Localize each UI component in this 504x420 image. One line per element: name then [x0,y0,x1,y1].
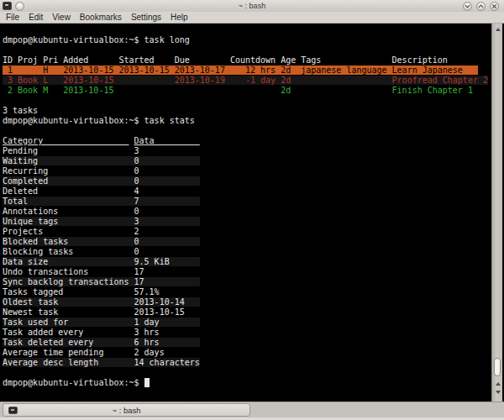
terminal-line: 3 Book L 2013-10-15 2013-10-19 -1 day 2d… [3,76,491,86]
terminal-line: Average time pending 2 days [3,348,491,358]
terminal-line: Task used for 1 day [3,318,491,328]
menubar: FileEditViewBookmarksSettingsHelp [0,12,504,24]
terminal-line [3,368,491,378]
terminal-line: Recurring 0 [3,166,491,176]
terminal-line [3,96,491,106]
titlebar[interactable]: ~ : bash [0,0,504,12]
terminal-line: Completed 0 [3,176,491,186]
terminal-line: Annotations 0 [3,207,491,217]
terminal-line: ID Proj Pri Added Started Due Countdown … [3,55,491,66]
terminal-line: Tasks tagged 57.1% [3,287,491,297]
terminal-line: dmpop@kubuntu-virtualbox:~$ task stats [3,116,491,126]
scroll-down-button[interactable] [492,388,503,396]
terminal-line: Waiting 0 [3,156,491,166]
scrollbar[interactable] [491,24,502,402]
window-title: ~ : bash [0,2,504,10]
menu-item-bookmarks[interactable]: Bookmarks [80,13,122,22]
terminal-line: Oldest task 2013-10-14 [3,297,491,307]
terminal-line: Sync backlog transactions 17 [3,277,491,287]
terminal-line: Newest task 2013-10-15 [3,307,491,318]
menu-item-settings[interactable]: Settings [131,13,161,22]
scroll-up-button-bottom[interactable] [492,380,503,387]
terminal-line [3,126,491,136]
terminal-line: Unique tags 3 [3,217,491,227]
terminal-line: Category Data [3,136,491,146]
terminal-line: Total 7 [3,197,491,207]
terminal-line: 3 tasks [3,106,491,116]
terminal-screen[interactable]: dmpop@kubuntu-virtualbox:~$ task longID … [0,24,491,402]
terminal-line: Undo transactions 17 [3,267,491,277]
terminal-line: Projects 2 [3,227,491,237]
tab-label: ~ : bash [112,406,140,415]
arrow-down-icon [496,391,501,394]
terminal-line: dmpop@kubuntu-virtualbox:~$ [3,378,491,388]
terminal-line: Deleted 4 [3,186,491,197]
minimize-button[interactable] [463,2,472,11]
scroll-up-button[interactable] [492,25,503,33]
maximize-button[interactable] [476,2,486,11]
arrow-up-icon [496,28,501,31]
close-button[interactable] [490,2,499,11]
menu-item-help[interactable]: Help [171,13,188,22]
menu-item-edit[interactable]: Edit [29,13,43,22]
menu-item-view[interactable]: View [52,13,71,22]
window-controls [463,2,499,11]
terminal-line: Average desc length 14 characters [3,358,491,368]
terminal-line: Task added every 3 hrs [3,328,491,338]
terminal-line: 1 H 2013-10-15 2013-10-15 2013-10-17 12 … [3,66,491,76]
terminal-line: dmpop@kubuntu-virtualbox:~$ task long [3,35,491,45]
menu-item-file[interactable]: File [6,13,19,22]
arrow-up-icon [496,382,501,386]
terminal-tab-icon [8,407,18,414]
terminal-line: Data size 9.5 KiB [3,257,491,267]
chevron-up-icon [478,3,484,9]
terminal-tab[interactable]: ~ : bash [3,403,250,417]
chevron-down-icon [465,3,470,9]
close-icon [491,3,497,9]
konsole-window: ~ : bash FileEditViewBookmarksSettingsHe… [0,0,504,420]
terminal-line [3,45,491,55]
terminal-line: Task deleted every 6 hrs [3,338,491,348]
tab-bar: ~ : bash [0,402,504,417]
terminal-line: 2 Book M 2013-10-15 2d Finish Chapter 1 [3,86,491,96]
terminal-line: Blocking tasks 0 [3,247,491,257]
terminal-area: dmpop@kubuntu-virtualbox:~$ task longID … [0,24,504,402]
scrollbar-thumb[interactable] [494,358,501,376]
terminal-line: Pending 3 [3,146,491,156]
terminal-line: Blocked tasks 0 [3,237,491,247]
